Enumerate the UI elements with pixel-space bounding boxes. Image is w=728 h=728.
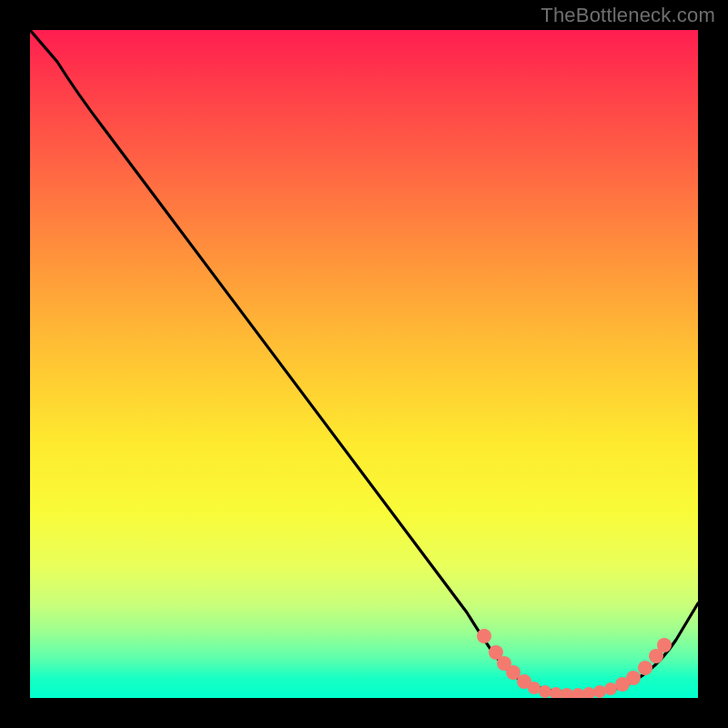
dot-cluster — [477, 629, 672, 698]
svg-point-17 — [657, 638, 672, 652]
plot-area — [30, 30, 698, 698]
svg-point-5 — [528, 682, 541, 694]
curve-line — [30, 30, 698, 693]
svg-point-14 — [626, 671, 641, 685]
svg-point-12 — [604, 682, 617, 695]
svg-point-11 — [593, 685, 606, 698]
svg-point-0 — [477, 629, 491, 643]
svg-point-8 — [561, 688, 573, 698]
chart-frame: TheBottleneck.com — [0, 0, 728, 728]
bottleneck-curve — [30, 30, 698, 698]
svg-point-10 — [582, 687, 595, 698]
watermark-text: TheBottleneck.com — [541, 4, 715, 27]
svg-point-9 — [571, 688, 584, 698]
svg-point-6 — [539, 685, 551, 698]
svg-point-15 — [638, 661, 652, 675]
svg-point-7 — [550, 687, 562, 698]
